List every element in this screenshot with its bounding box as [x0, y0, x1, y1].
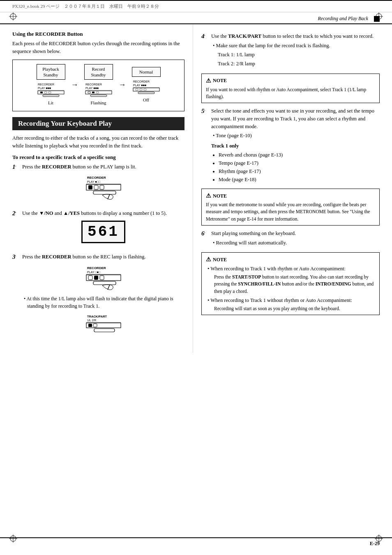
state-label-record: Flashing — [91, 100, 106, 105]
arrow-2: → — [119, 81, 126, 88]
using-recorder-intro: Each press of the RECORDER button cycles… — [12, 40, 184, 55]
track-part-icon-wrap: TRACK/PART 1/L 2/R — [22, 313, 184, 336]
using-recorder-heading: Using the RECORDER Button — [12, 31, 184, 37]
step-5-text: Select the tone and effects you want to … — [211, 107, 380, 130]
svg-rect-25 — [92, 92, 95, 93]
step-3-recorder-icon: RECORDER PLAY □■□ — [85, 264, 122, 291]
content-area: Using the RECORDER Button Each press of … — [0, 24, 392, 353]
svg-rect-41 — [94, 185, 98, 189]
section-title: Recording and Play Back — [318, 16, 368, 22]
svg-rect-43 — [93, 191, 116, 194]
step-3: 3. Press the RECORDER button so the REC … — [12, 253, 184, 340]
svg-text:PLAY ■□□: PLAY ■□□ — [87, 180, 101, 183]
svg-rect-40 — [88, 185, 92, 189]
step-5-bullet: Tone (page E-10) — [211, 132, 380, 140]
step-4-content: Use the TRACK/PART button to select the … — [211, 32, 380, 69]
recording-section-title: Recording Your Keyboard Play — [12, 117, 184, 130]
note-icon-3: ⚠ — [206, 255, 211, 264]
track1-bullet-1: Reverb and chorus (page E-13) — [219, 151, 380, 159]
state-normal: Normal RECORDER PLAY ■■■ — [128, 67, 165, 102]
svg-text:TRACK/PART: TRACK/PART — [87, 315, 107, 318]
note-label-3: NOTE — [213, 256, 227, 263]
track1-bullet-4: Mode (page E-18) — [219, 175, 380, 184]
svg-text:PLAY ■■■: PLAY ■■■ — [38, 87, 51, 90]
step-4-bullet: Make sure that the lamp for the record t… — [211, 42, 380, 50]
svg-rect-24 — [88, 92, 90, 93]
recorder-icon-playback: RECORDER PLAY ■■■ — [37, 81, 65, 97]
song-number: 561 — [81, 221, 125, 243]
recorder-icon-record: RECORDER PLAY ■■■ — [85, 81, 113, 97]
svg-rect-19 — [43, 95, 59, 97]
svg-text:RECORDER: RECORDER — [85, 83, 102, 86]
svg-rect-35 — [138, 92, 154, 94]
note-label-1: NOTE — [213, 77, 227, 84]
track1-only-heading: Track 1 only — [211, 143, 380, 149]
header: PX320_e.book 29 ページ ２００７年８月１日 水曜日 午前９時２８… — [0, 0, 392, 12]
step-4-indent-1: Track 1: 1/L lamp — [211, 51, 380, 59]
state-box-normal: Normal — [132, 67, 161, 77]
step-1-icon-wrap: RECORDER PLAY ■□□ — [22, 174, 184, 200]
step-6-content: Start playing something on the keyboard.… — [211, 230, 380, 248]
step-4-text: Use the TRACK/PART button to select the … — [211, 32, 380, 40]
step-1-recorder-icon: RECORDER PLAY ■□□ — [85, 174, 122, 200]
step-3-num: 3. — [12, 253, 20, 260]
arrow-1: → — [71, 81, 78, 88]
note-text-1: If you want to record with rhythm or Aut… — [206, 86, 375, 101]
step-3-content: Press the RECORDER button so the REC lam… — [22, 253, 184, 340]
note-content-3: When recording to Track 1 with rhythm or… — [206, 265, 375, 312]
svg-rect-26 — [96, 92, 99, 93]
track1-bullets: Reverb and chorus (page E-13) Tempo (pag… — [217, 151, 380, 184]
step-5-content: Select the tone and effects you want to … — [211, 107, 380, 184]
step-1-content: Press the RECORDER button so the PLAY la… — [22, 163, 184, 205]
step-6-num: 6. — [201, 230, 209, 237]
note3-indent-1: Press the START/STOP button to start rec… — [206, 274, 375, 295]
svg-rect-60 — [94, 329, 115, 332]
state-box-playback: PlaybackStandby — [37, 64, 65, 80]
page-header-right: Recording and Play Back — [0, 12, 392, 24]
step-1: 1. Press the RECORDER button so the PLAY… — [12, 163, 184, 205]
note-header-3: ⚠ NOTE — [206, 255, 375, 264]
step-4-indent-2: Track 2: 2/R lamp — [211, 60, 380, 68]
step-4-num: 4. — [201, 32, 209, 40]
step-5-num: 5. — [201, 107, 209, 115]
step-1-bold: RECORDER — [42, 164, 71, 170]
state-box-record: RecordStandby — [84, 64, 113, 80]
note-icon-1: ⚠ — [206, 76, 211, 85]
track-part-icon: TRACK/PART 1/L 2/R — [85, 313, 122, 336]
note-box-1: ⚠ NOTE If you want to record with rhythm… — [201, 74, 380, 104]
svg-rect-42 — [100, 185, 104, 189]
step-6-bullet: Recording will start automatically. — [211, 239, 380, 247]
song-display: 561 — [22, 221, 184, 243]
note-box-3: ⚠ NOTE When recording to Track 1 with rh… — [201, 252, 380, 315]
state-playback-standby: PlaybackStandby RECORDER PLAY ■■■ — [32, 64, 69, 106]
step-4: 4. Use the TRACK/PART button to select t… — [201, 32, 380, 69]
svg-rect-18 — [48, 92, 51, 93]
svg-rect-32 — [136, 89, 138, 90]
recording-intro: After recording to either of the tracks … — [12, 134, 184, 150]
svg-rect-52 — [93, 281, 116, 285]
step-1-num: 1. — [12, 163, 20, 170]
svg-text:1/L   2/R: 1/L 2/R — [87, 319, 96, 322]
page-number: E-29 — [370, 541, 380, 547]
svg-rect-59 — [93, 324, 97, 327]
page-wrapper: PX320_e.book 29 ページ ２００７年８月１日 水曜日 午前９時２８… — [0, 0, 392, 555]
svg-rect-17 — [44, 92, 47, 93]
track1-bullet-2: Tempo (page E-17) — [219, 159, 380, 167]
svg-line-44 — [108, 194, 110, 199]
step-3-bullet: At this time the 1/L lamp also will flas… — [22, 295, 184, 310]
svg-rect-51 — [100, 276, 104, 280]
step-2-text: Use the ▼/NO and ▲/YES buttons to displa… — [22, 210, 184, 217]
page-footer: E-29 — [0, 537, 392, 547]
svg-rect-33 — [140, 89, 142, 90]
reg-mark-tr — [375, 12, 383, 21]
note-header-1: ⚠ NOTE — [206, 76, 375, 85]
header-meta: PX320_e.book 29 ページ ２００７年８月１日 水曜日 午前９時２８… — [12, 3, 159, 9]
step-2-content: Use the ▼/NO and ▲/YES buttons to displa… — [22, 210, 184, 248]
state-label-playback: Lit — [48, 100, 53, 105]
reg-mark-tl — [9, 12, 17, 21]
note3-indent-2: Recording will start as soon as you play… — [206, 305, 375, 312]
note-header-2: ⚠ NOTE — [206, 191, 375, 200]
step-2-num: 2. — [12, 210, 20, 217]
svg-text:RECORDER: RECORDER — [87, 266, 106, 270]
svg-rect-16 — [40, 92, 43, 93]
